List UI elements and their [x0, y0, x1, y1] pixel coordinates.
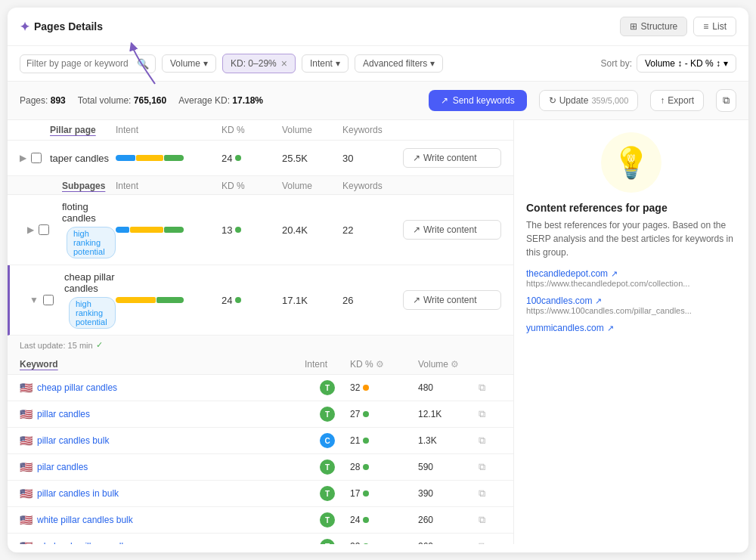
- kd-filter-chip[interactable]: KD: 0–29% ×: [222, 54, 296, 73]
- total-volume-stat: Total volume: 765,160: [78, 95, 166, 106]
- subpage-row-2: ▼ cheap pillar candles high ranking pote…: [8, 265, 513, 336]
- copy-btn[interactable]: ⧉: [479, 382, 501, 394]
- update-button[interactable]: ↻ Update 359/5,000: [539, 90, 639, 111]
- subpage-intent-2: [116, 297, 184, 303]
- ref-url: https://www.100candles.com/pillar_candle…: [526, 306, 736, 315]
- keyword-row: 🇺🇸 pillar candles bulk C 21 1.3K ⧉: [8, 428, 513, 454]
- intent-cell: T: [305, 539, 350, 544]
- ref-domain-link[interactable]: thecandledepot.com: [526, 268, 608, 279]
- kd-dot-2: [235, 297, 241, 303]
- kd-dot: [363, 438, 369, 444]
- subpage-checkbox-1[interactable]: [39, 224, 49, 235]
- copy-btn[interactable]: ⧉: [479, 435, 501, 447]
- intent-cell: T: [305, 380, 350, 395]
- subpages-label: Subpages: [62, 181, 116, 191]
- search-input[interactable]: [26, 58, 132, 69]
- pages-stat: Pages: 893: [20, 95, 66, 106]
- page-title: ✦ Pages Details: [20, 20, 103, 34]
- export-button[interactable]: ↑ Export: [650, 90, 704, 111]
- kw-link[interactable]: pillar candles bulk: [37, 435, 109, 446]
- pillar-checkbox[interactable]: [31, 153, 42, 163]
- copy-button[interactable]: ⧉: [716, 89, 736, 112]
- copy-icon: ⧉: [723, 94, 730, 106]
- pillar-keywords: 30: [342, 153, 403, 164]
- structure-icon: ⊞: [630, 21, 637, 32]
- kd-dot: [235, 155, 241, 161]
- kd-cell: 28: [350, 462, 418, 472]
- copy-btn[interactable]: ⧉: [479, 408, 501, 420]
- keyword-row: 🇺🇸 pilar candles T 28 590 ⧉: [8, 454, 513, 481]
- header-actions: ⊞ Structure ≡ List: [620, 17, 736, 36]
- subpages-header-row: Subpages Intent KD % Volume Keywords: [8, 176, 513, 195]
- pages-icon: ✦: [20, 20, 29, 34]
- kw-link[interactable]: pillar candles: [37, 409, 90, 419]
- expand-icon[interactable]: ▶: [20, 153, 26, 163]
- write-content-button-pillar[interactable]: ↗ Write content: [403, 148, 501, 168]
- kw-name-cell: 🇺🇸 white pillar candles bulk: [20, 514, 305, 526]
- subpage-volume-1: 20.4K: [282, 224, 342, 236]
- kw-link[interactable]: white pillar candles bulk: [37, 515, 133, 525]
- volume-cell: 260: [418, 541, 479, 544]
- right-panel: 💡 Content references for page The best r…: [514, 120, 748, 544]
- expand-subpage-1[interactable]: ▶: [27, 224, 34, 235]
- flag-icon: 🇺🇸: [20, 514, 33, 526]
- copy-btn[interactable]: ⧉: [479, 461, 501, 473]
- kd-dot: [363, 517, 369, 523]
- expand-subpage-2[interactable]: ▼: [29, 295, 39, 305]
- external-link-icon: ↗: [611, 269, 618, 279]
- kd-cell: 23: [350, 541, 418, 544]
- filter-icon[interactable]: ⚙: [376, 359, 384, 370]
- chevron-down-icon2: ▾: [430, 58, 435, 69]
- flag-icon: 🇺🇸: [20, 382, 33, 394]
- filters-row: 🔍 Volume ▾ KD: 0–29% × Intent ▾ Advanced…: [8, 46, 748, 82]
- intent-cell: C: [305, 433, 350, 448]
- external-link-icon: ↗: [607, 323, 614, 333]
- kd-cell: 17: [350, 488, 418, 499]
- kw-col-keyword: Keyword: [20, 359, 305, 370]
- chevron-down-icon: ▾: [336, 58, 340, 69]
- structure-button[interactable]: ⊞ Structure: [620, 17, 688, 36]
- list-button[interactable]: ≡ List: [693, 17, 736, 36]
- sort-chevron-icon: ▾: [723, 58, 728, 69]
- send-keywords-button[interactable]: ↗ Send keywords: [429, 90, 527, 111]
- subpage-keywords-1: 22: [342, 224, 403, 236]
- advanced-filters[interactable]: Advanced filters ▾: [355, 54, 443, 73]
- subpage-row-1: ▶ floting candles high ranking potential…: [8, 195, 513, 265]
- volume-cell: 12.1K: [418, 409, 479, 419]
- keyword-row: 🇺🇸 cheap pillar candles T 32 480 ⧉: [8, 375, 513, 401]
- kw-link[interactable]: pilar candles: [37, 462, 88, 472]
- kw-link[interactable]: pillar candles in bulk: [37, 488, 119, 499]
- subpage-checkbox-2[interactable]: [43, 295, 54, 305]
- write-content-button-1[interactable]: ↗ Write content: [403, 220, 501, 240]
- copy-btn[interactable]: ⧉: [479, 540, 501, 544]
- kw-col-volume: Volume ⚙: [418, 359, 479, 370]
- col-volume-header: Volume: [282, 125, 342, 135]
- ref-url: https://www.thecandledepot.com/collectio…: [526, 279, 736, 288]
- send-icon: ↗: [441, 95, 448, 106]
- write-content-button-2[interactable]: ↗ Write content: [403, 290, 501, 310]
- copy-btn[interactable]: ⧉: [479, 514, 501, 526]
- search-box[interactable]: 🔍: [20, 54, 156, 73]
- kd-cell: 27: [350, 409, 418, 419]
- pillar-kd: 24: [222, 153, 282, 164]
- sort-icon[interactable]: ⚙: [451, 359, 459, 370]
- intent-filter[interactable]: Intent ▾: [302, 54, 349, 73]
- subpage-volume-2: 17.1K: [282, 295, 342, 306]
- content-ref-desc: The best references for your pages. Base…: [526, 218, 736, 259]
- volume-filter[interactable]: Volume ▾: [162, 54, 216, 73]
- kw-link[interactable]: cheap pillar candles: [37, 382, 117, 393]
- intent-badge: T: [320, 459, 335, 475]
- ref-domain-link[interactable]: 100candles.com: [526, 295, 592, 306]
- ref-domain-link[interactable]: yummicandles.com: [526, 323, 604, 333]
- kd-dot: [363, 385, 369, 391]
- sort-button[interactable]: Volume ↕ - KD % ↕ ▾: [637, 54, 736, 73]
- subpage-keywords-2: 26: [342, 295, 403, 306]
- remove-filter-icon[interactable]: ×: [281, 57, 287, 70]
- table-header: Pillar page Intent KD % Volume Keywords: [8, 120, 513, 141]
- pillar-intent-bar: [116, 155, 184, 161]
- write-icon: ↗: [413, 153, 420, 163]
- volume-cell: 1.3K: [418, 435, 479, 446]
- copy-btn[interactable]: ⧉: [479, 487, 501, 500]
- kw-link[interactable]: wholesale pillar candles: [37, 541, 133, 544]
- col-intent-header: Intent: [116, 125, 222, 135]
